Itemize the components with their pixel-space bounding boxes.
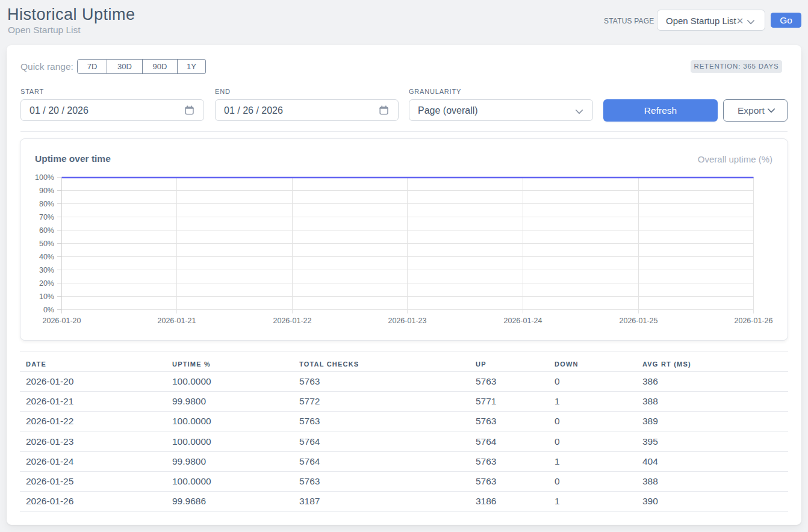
- svg-text:10%: 10%: [39, 292, 54, 301]
- svg-text:100%: 100%: [35, 173, 54, 182]
- svg-text:2026-01-25: 2026-01-25: [620, 317, 658, 325]
- svg-text:90%: 90%: [39, 187, 54, 195]
- svg-text:0%: 0%: [43, 306, 54, 314]
- svg-text:2026-01-22: 2026-01-22: [273, 317, 312, 325]
- svg-text:60%: 60%: [39, 226, 54, 235]
- svg-text:2026-01-26: 2026-01-26: [735, 317, 773, 325]
- svg-text:2026-01-23: 2026-01-23: [388, 317, 427, 325]
- svg-text:2026-01-24: 2026-01-24: [504, 317, 542, 325]
- svg-text:2026-01-20: 2026-01-20: [43, 317, 81, 325]
- svg-text:40%: 40%: [39, 253, 54, 261]
- svg-text:50%: 50%: [39, 240, 54, 248]
- svg-text:20%: 20%: [39, 279, 54, 288]
- svg-text:30%: 30%: [39, 266, 54, 274]
- svg-text:2026-01-21: 2026-01-21: [158, 317, 196, 325]
- svg-text:80%: 80%: [39, 200, 54, 208]
- svg-text:70%: 70%: [39, 213, 54, 221]
